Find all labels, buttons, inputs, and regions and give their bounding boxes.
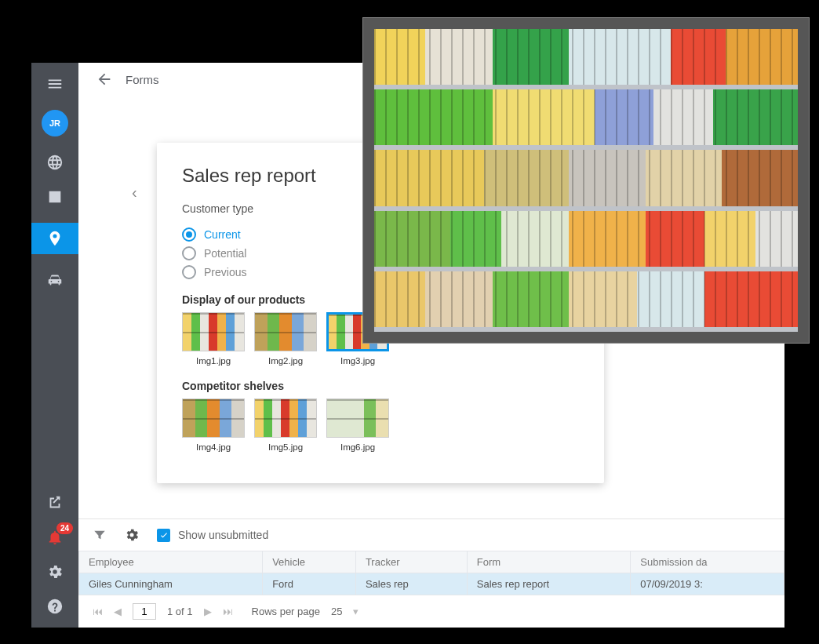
rows-per-page-value[interactable]: 25	[331, 606, 342, 617]
page-position: 1 of 1	[167, 606, 193, 617]
thumb-img2[interactable]: Img2.jpg	[254, 312, 317, 366]
thumb-img1[interactable]: Img1.jpg	[182, 312, 245, 366]
bottom-panel: Show unsubmitted Employee Vehicle Tracke…	[78, 518, 784, 628]
page-first-icon[interactable]: ⏮	[93, 606, 103, 617]
avatar[interactable]: JR	[42, 110, 68, 136]
rows-per-page-label: Rows per page	[252, 606, 320, 617]
page-prev-icon[interactable]: ◀	[114, 606, 122, 617]
chevron-down-icon[interactable]: ▾	[353, 606, 359, 617]
chevron-left-icon[interactable]: ‹	[132, 184, 137, 202]
thumb-img5[interactable]: Img5.jpg	[254, 398, 317, 452]
export-icon[interactable]	[46, 494, 64, 511]
notifications-button[interactable]: 24	[46, 529, 64, 546]
thumb-img4[interactable]: Img4.jpg	[182, 398, 245, 452]
radio-icon	[182, 246, 196, 260]
thumb-img6[interactable]: Img6.jpg	[326, 398, 389, 452]
submissions-table: Employee Vehicle Tracker Form Submission…	[78, 551, 784, 595]
radio-icon	[182, 227, 196, 242]
gear-icon[interactable]	[124, 527, 140, 543]
radio-icon	[182, 265, 196, 279]
col-employee[interactable]: Employee	[79, 551, 263, 573]
col-tracker[interactable]: Tracker	[355, 551, 467, 573]
show-unsubmitted-toggle[interactable]: Show unsubmitted	[157, 529, 268, 542]
page-input[interactable]	[133, 603, 156, 620]
help-icon[interactable]	[46, 598, 64, 615]
pager: ⏮ ◀ 1 of 1 ▶ ⏭ Rows per page 25 ▾	[78, 595, 784, 628]
gear-icon[interactable]	[46, 563, 64, 580]
page-next-icon[interactable]: ▶	[204, 606, 212, 617]
car-icon[interactable]	[46, 271, 64, 289]
checkbox-checked-icon	[157, 529, 170, 542]
globe-icon[interactable]	[46, 154, 64, 171]
nav-location-active[interactable]	[31, 223, 78, 254]
hamburger-icon[interactable]	[46, 75, 64, 93]
preview-image	[374, 29, 798, 332]
competitor-thumb-row: Img4.jpg Img5.jpg Img6.jpg	[182, 398, 579, 452]
grid-toolbar: Show unsubmitted	[78, 519, 784, 551]
pin-icon	[46, 230, 64, 247]
nav-rail: JR 24	[31, 63, 78, 628]
col-vehicle[interactable]: Vehicle	[263, 551, 356, 573]
col-form[interactable]: Form	[467, 551, 631, 573]
back-icon[interactable]	[96, 71, 113, 88]
chart-icon[interactable]	[46, 188, 64, 206]
notification-badge: 24	[56, 522, 73, 534]
section-competitors: Competitor shelves	[182, 380, 579, 392]
col-submission[interactable]: Submission da	[631, 551, 784, 573]
image-preview-overlay[interactable]	[362, 17, 810, 344]
filter-icon[interactable]	[93, 528, 107, 542]
table-row[interactable]: Giles Cunningham Ford Sales rep Sales re…	[79, 573, 784, 595]
breadcrumb[interactable]: Forms	[126, 73, 159, 86]
page-last-icon[interactable]: ⏭	[223, 606, 233, 617]
